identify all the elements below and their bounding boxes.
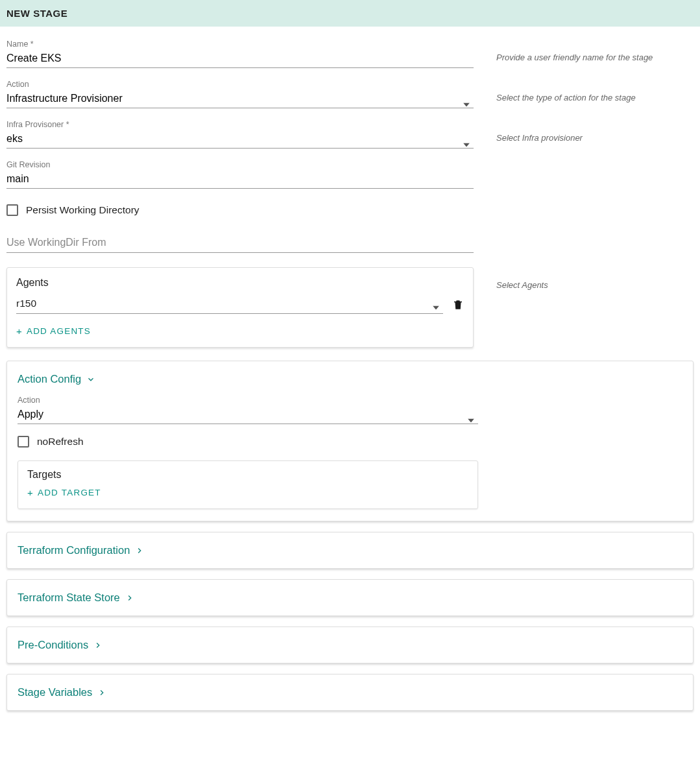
norefresh-label: noRefresh xyxy=(37,436,84,448)
norefresh-checkbox[interactable] xyxy=(18,436,29,448)
stage-vars-title: Stage Variables xyxy=(18,686,92,698)
action-select[interactable] xyxy=(6,91,474,108)
add-agents-button[interactable]: + ADD AGENTS xyxy=(16,326,464,337)
action-hint: Select the type of action for the stage xyxy=(496,93,636,102)
name-input[interactable] xyxy=(6,51,474,68)
plus-icon: + xyxy=(16,326,23,337)
chevron-right-icon xyxy=(125,593,134,603)
stage-vars-header[interactable]: Stage Variables xyxy=(18,686,682,698)
infra-label: Infra Provisoner * xyxy=(6,120,474,129)
add-target-label: ADD TARGET xyxy=(38,488,101,497)
page-title: NEW STAGE xyxy=(6,8,694,19)
chevron-right-icon xyxy=(135,546,144,555)
action-label: Action xyxy=(6,80,474,89)
agents-title: Agents xyxy=(16,277,464,289)
infra-select[interactable] xyxy=(6,131,474,149)
terraform-state-title: Terraform State Store xyxy=(18,591,120,604)
plus-icon: + xyxy=(27,487,34,498)
action-config-title: Action Config xyxy=(18,373,81,385)
page-header: NEW STAGE xyxy=(0,0,700,27)
agent-select[interactable]: r150 xyxy=(16,295,443,314)
terraform-state-panel: Terraform State Store xyxy=(6,579,694,616)
delete-agent-button[interactable] xyxy=(452,298,464,311)
persist-label: Persist Working Directory xyxy=(26,204,139,216)
add-target-button[interactable]: + ADD TARGET xyxy=(27,487,468,498)
ac-action-select[interactable] xyxy=(18,407,478,424)
preconditions-title: Pre-Conditions xyxy=(18,639,88,651)
chevron-right-icon xyxy=(93,641,103,650)
persist-checkbox[interactable] xyxy=(6,204,18,216)
git-label: Git Revision xyxy=(6,160,474,169)
terraform-config-title: Terraform Configuration xyxy=(18,544,130,556)
workingdir-input[interactable]: Use WorkingDir From xyxy=(6,233,474,253)
agents-hint: Select Agents xyxy=(496,280,548,290)
chevron-down-icon xyxy=(86,375,95,384)
name-label: Name * xyxy=(6,40,474,49)
form-body: Name * Provide a user friendly name for … xyxy=(0,27,700,361)
terraform-config-panel: Terraform Configuration xyxy=(6,532,694,569)
action-config-panel: Action Config Action noRefresh Targets +… xyxy=(6,361,694,521)
infra-hint: Select Infra provisioner xyxy=(496,133,583,143)
name-hint: Provide a user friendly name for the sta… xyxy=(496,53,653,62)
ac-action-label: Action xyxy=(18,396,478,405)
chevron-right-icon xyxy=(97,688,106,697)
add-agents-label: ADD AGENTS xyxy=(27,326,91,336)
preconditions-header[interactable]: Pre-Conditions xyxy=(18,639,682,651)
git-input[interactable] xyxy=(6,171,474,189)
stage-vars-panel: Stage Variables xyxy=(6,674,694,711)
preconditions-panel: Pre-Conditions xyxy=(6,627,694,663)
action-config-header[interactable]: Action Config xyxy=(18,373,682,385)
targets-card: Targets + ADD TARGET xyxy=(18,460,478,509)
terraform-state-header[interactable]: Terraform State Store xyxy=(18,591,682,604)
agents-card: Agents r150 + ADD AGENTS xyxy=(6,267,474,348)
terraform-config-header[interactable]: Terraform Configuration xyxy=(18,544,682,556)
targets-title: Targets xyxy=(27,469,468,481)
